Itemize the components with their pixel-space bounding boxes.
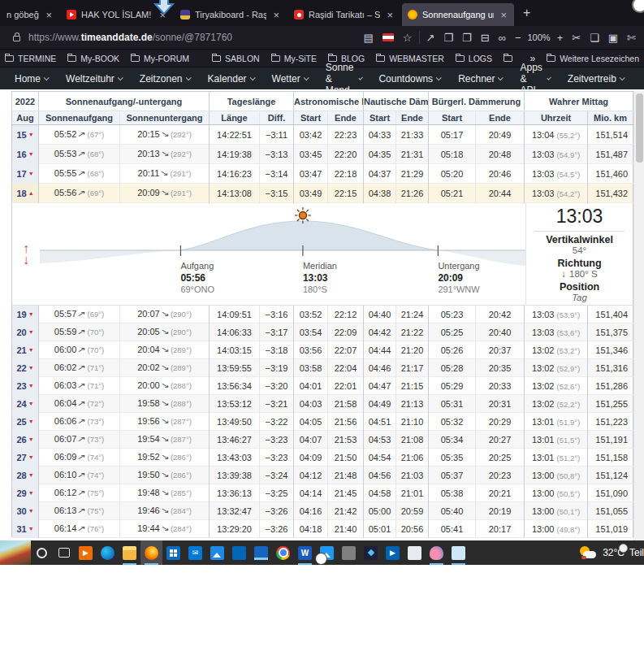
nav-item-rechner[interactable]: Rechner	[458, 73, 502, 85]
cell-len: 13:59:55	[210, 359, 260, 377]
firefox-icon[interactable]	[140, 540, 162, 565]
new-tab-button[interactable]: +	[515, 6, 538, 20]
nav-item-kalender[interactable]: Kalender	[208, 73, 254, 85]
table-row[interactable]: 26▼06:07↗(73°)19:54↘(287°)13:46:27−3:230…	[12, 431, 633, 449]
day-cell[interactable]: 17▼	[12, 164, 39, 184]
nav-item-home[interactable]: Home	[15, 73, 48, 85]
file-explorer-icon[interactable]	[119, 540, 140, 565]
tab-close-icon[interactable]: ×	[385, 9, 395, 21]
nav-item-zeitzonen[interactable]: Zeitzonen	[140, 73, 190, 85]
copy-pages-icon[interactable]: ❏	[590, 33, 599, 43]
store-icon[interactable]	[162, 540, 184, 565]
table-row[interactable]: 19▼05:57↗(69°)20:07↘(290°)14:09:51−3:160…	[12, 306, 633, 323]
table-row[interactable]: 23▼06:03↗(71°)20:00↘(288°)13:56:34−3:200…	[12, 377, 633, 395]
task-view-icon[interactable]	[53, 540, 75, 565]
word-icon[interactable]: W	[294, 540, 316, 565]
screen: n göbeğine, hak yo×HAK YOL İSLAM! - YouT…	[0, 0, 644, 651]
table-row[interactable]: 16▼05:53↗(68°)20:13↘(292°)14:19:38−3:130…	[12, 145, 633, 164]
day-cell[interactable]: 20▼	[12, 323, 39, 341]
table-row[interactable]: 27▼06:09↗(74°)19:52↘(286°)13:43:03−3:230…	[12, 449, 633, 467]
sun-curve-svg: Aufgang 05:56 69°ONO Meridian 13:03 180°…	[40, 203, 525, 305]
paint-icon[interactable]	[404, 540, 426, 565]
container-tab-alt-icon[interactable]: ❐	[462, 33, 472, 43]
table-row[interactable]: 18▲05:56↗(69°)20:09↘(291°)14:13:08−3:150…	[12, 184, 633, 203]
media-player-icon[interactable]: ▶	[75, 540, 97, 565]
zoom-in-icon[interactable]: +	[557, 33, 564, 43]
day-cell[interactable]: 31▼	[12, 520, 39, 538]
day-cell[interactable]: 16▼	[12, 145, 39, 164]
table-row[interactable]: 25▼06:06↗(73°)19:56↘(287°)13:49:50−3:220…	[12, 413, 633, 431]
dev-app-icon[interactable]	[360, 540, 382, 565]
table-row[interactable]: 31▼06:14↗(76°)19:44↘(284°)13:29:20−3:260…	[12, 520, 633, 538]
table-row[interactable]: 30▼06:13↗(75°)19:46↘(284°)13:32:47−3:260…	[12, 502, 633, 520]
photos-icon[interactable]	[206, 540, 228, 565]
scrollbar-thumb[interactable]	[636, 93, 643, 163]
sort-arrows[interactable]: ↑ ↓	[12, 203, 40, 305]
day-cell[interactable]: 25▼	[12, 413, 39, 431]
day-cell[interactable]: 30▼	[12, 502, 39, 520]
cell-noon: 13:00 (49,8°)	[525, 520, 588, 538]
taskbar-weather[interactable]: 32°C Teil	[578, 545, 644, 560]
day-cell[interactable]: 15▼	[12, 125, 39, 145]
browser-tab[interactable]: n göbeğine, hak yo×	[1, 3, 59, 26]
browser-tab[interactable]: Raşidi Tarikatı – Sayfa 2 – Efsane×	[288, 3, 400, 26]
url-field[interactable]: https://www.timeanddate.de/sonne/@787176…	[28, 32, 232, 43]
clipboard-icon[interactable]: ▣	[608, 33, 618, 43]
split-view-icon[interactable]: ⊟	[481, 33, 490, 43]
browser-tab[interactable]: Sonnenaufgang und Sonnenun×	[402, 3, 514, 26]
movies-icon[interactable]: ▶	[382, 540, 404, 565]
pink-app-icon[interactable]	[426, 540, 447, 565]
day-cell[interactable]: 27▼	[12, 449, 39, 467]
day-cell[interactable]: 29▼	[12, 484, 39, 502]
down-arrow-icon[interactable]: ↓	[23, 254, 29, 266]
day-cell[interactable]: 26▼	[12, 431, 39, 449]
cell-nautE: 21:29	[396, 164, 429, 184]
table-row[interactable]: 22▼06:02↗(71°)20:02↘(289°)13:59:55−3:190…	[12, 359, 633, 377]
nav-item-zeitvertreib[interactable]: Zeitvertreib	[568, 73, 624, 85]
day-cell[interactable]: 23▼	[12, 377, 39, 395]
screenshot-tool-icon[interactable]: ↗	[426, 33, 435, 43]
camera-icon[interactable]	[338, 540, 360, 565]
tab-close-icon[interactable]: ×	[271, 9, 281, 21]
nav-item-wetter[interactable]: Wetter	[272, 73, 308, 85]
zoom-out-icon[interactable]: −	[515, 33, 521, 43]
bookmark-star-icon[interactable]: ☆	[403, 33, 413, 43]
day-cell[interactable]: 18▲	[12, 184, 39, 203]
day-cell[interactable]: 19▼	[12, 306, 39, 323]
notes-app-icon[interactable]	[447, 540, 469, 565]
browser-tab[interactable]: Tiryakiboard - Raşidi Tarikatı Ge×	[175, 3, 287, 26]
chrome-icon[interactable]	[272, 540, 294, 565]
tab-close-icon[interactable]: ×	[499, 9, 508, 21]
cell-astroS: 03:52	[294, 306, 328, 323]
table-row[interactable]: 24▼06:04↗(72°)19:58↘(288°)13:53:12−3:210…	[12, 395, 633, 413]
table-row[interactable]: 17▼05:55↗(68°)20:11↘(291°)14:16:23−3:140…	[12, 164, 633, 184]
snip-icon[interactable]: ✄	[627, 33, 636, 43]
infinity-icon[interactable]: ∞	[499, 33, 506, 43]
table-row[interactable]: 29▼06:12↗(75°)19:48↘(285°)13:36:13−3:250…	[12, 484, 633, 502]
start-button[interactable]	[0, 540, 31, 565]
nav-item-weltzeituhr[interactable]: Weltzeituhr	[66, 73, 122, 85]
laptop-icon[interactable]	[250, 540, 272, 565]
day-cell[interactable]: 28▼	[12, 467, 39, 484]
container-tab-icon[interactable]: ❐	[443, 33, 453, 43]
cortana-search-icon[interactable]	[31, 540, 53, 565]
nav-item-countdowns[interactable]: Countdowns	[378, 73, 440, 85]
table-row[interactable]: 20▼05:59↗(70°)20:05↘(290°)14:06:33−3:170…	[12, 323, 633, 341]
day-cell[interactable]: 24▼	[12, 395, 39, 413]
value: 13:02	[532, 363, 555, 373]
austria-flag-icon[interactable]	[383, 33, 394, 41]
day-cell[interactable]: 21▼	[12, 341, 39, 359]
day-cell[interactable]: 22▼	[12, 359, 39, 377]
mail-icon[interactable]: ✉	[184, 540, 206, 565]
task-view-icon-glyph	[58, 548, 70, 558]
scissors-icon[interactable]: ✂	[572, 33, 581, 43]
scrollbar[interactable]	[633, 91, 644, 540]
table-row[interactable]: 21▼06:00↗(70°)20:04↘(289°)14:03:15−3:180…	[12, 341, 633, 359]
reader-view-icon[interactable]: ▤	[364, 33, 374, 43]
tab-close-icon[interactable]: ×	[44, 9, 54, 21]
edge-icon[interactable]	[97, 540, 119, 565]
table-row[interactable]: 15▼05:52↗(67°)20:15↘(292°)14:22:51−3:110…	[12, 125, 633, 145]
calculator-icon[interactable]	[228, 540, 250, 565]
table-row[interactable]: 28▼06:10↗(74°)19:50↘(286°)13:39:38−3:240…	[12, 467, 633, 484]
value: 05:28	[441, 363, 464, 373]
